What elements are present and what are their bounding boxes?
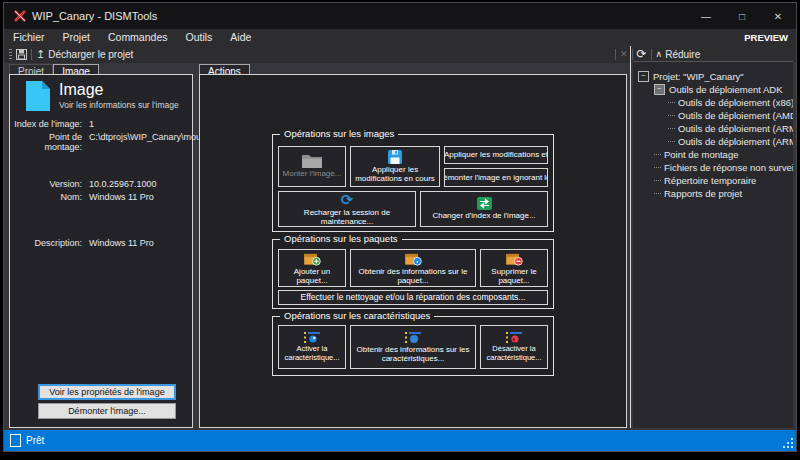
tree-item-unattend-files[interactable]: Fichiers de réponse non surveillés: [638, 161, 793, 174]
actions-panel: Opérations sur les images Monter l'image…: [199, 74, 627, 428]
tree-item-label: Outils de déploiement (x86): [678, 97, 793, 108]
tree-item-label: Outils de déploiement (ARM): [678, 123, 793, 134]
package-remove-icon: [505, 251, 523, 266]
reload-servicing-session-button[interactable]: ⟳ Recharger la session de maintenance...: [278, 191, 416, 227]
toolbar-separator: [651, 49, 652, 60]
remove-package-button[interactable]: Supprimer le paquet...: [480, 249, 548, 287]
group-package-operations: Opérations sur les paquets Ajouter un pa…: [272, 239, 554, 309]
tree-item-deploy-amd64[interactable]: Outils de déploiement (AMD64): [638, 109, 793, 122]
feature-info-button[interactable]: Obtenir des informations sur les caracté…: [350, 325, 476, 369]
button-label: Appliquer les modifications et: [444, 150, 548, 159]
toolbar-grip-handle[interactable]: [9, 49, 12, 60]
tree-item-label: Point de montage: [664, 149, 738, 160]
tree-connector: [654, 180, 661, 181]
menu-commandes[interactable]: Commandes: [99, 29, 177, 46]
button-label: Ajouter un paquet...: [280, 267, 344, 285]
tree-item-deploy-arm[interactable]: Outils de déploiement (ARM): [638, 122, 793, 135]
button-label: Obtenir des informations sur les caracté…: [352, 345, 474, 363]
field-description: Description: Windows 11 Pro: [10, 238, 192, 248]
field-value: Windows 11 Pro: [89, 238, 154, 248]
status-text: Prêt: [26, 435, 44, 446]
field-label: Point de montage:: [10, 132, 82, 152]
package-info-icon: [404, 251, 422, 266]
menu-aide[interactable]: Aide: [221, 29, 260, 46]
field-value: Windows 11 Pro: [89, 192, 154, 202]
tree-item-temp-directory[interactable]: Répertoire temporaire: [638, 174, 793, 187]
menu-outils[interactable]: Outils: [176, 29, 221, 46]
collapse-expander-icon[interactable]: −: [638, 71, 649, 82]
button-label: Activer la caractéristique...: [280, 345, 344, 362]
menu-fichier[interactable]: Fichier: [4, 29, 54, 46]
mount-image-button[interactable]: Monter l'image...: [278, 146, 346, 187]
app-logo-icon: [13, 9, 27, 23]
switch-index-icon: [477, 197, 492, 210]
tree-item-project-root[interactable]: − Projet: "WIP_Canary": [638, 70, 793, 83]
tree-item-deploy-arm64[interactable]: Outils de déploiement (ARM64): [638, 135, 793, 148]
button-label: Appliquer les modifications en cours: [352, 165, 438, 183]
button-label: Désactiver la caractéristique...: [482, 345, 546, 362]
toolbar-separator: [615, 49, 616, 60]
window-controls: — □ ✕: [688, 3, 796, 29]
switch-image-index-button[interactable]: Changer d'index de l'image...: [420, 191, 548, 227]
panel-subheading: Voir les informations sur l'image: [59, 100, 179, 110]
disable-feature-button[interactable]: Désactiver la caractéristique...: [480, 325, 548, 369]
button-label: Recharger la session de maintenance...: [280, 208, 414, 226]
tree-item-label: Outils de déploiement (ARM64): [678, 136, 793, 147]
menu-bar: Fichier Projet Commandes Outils Aide PRE…: [4, 29, 796, 46]
toolbar-separator: [31, 49, 32, 60]
discard-and-unmount-button[interactable]: Démonter l'image en ignorant les: [444, 168, 548, 187]
tree-item-mount-point[interactable]: Point de montage: [638, 148, 793, 161]
minimize-button[interactable]: —: [688, 3, 724, 29]
save-icon[interactable]: [16, 49, 27, 60]
toolbar-separator: [632, 49, 633, 60]
image-document-icon: [26, 81, 50, 111]
tree-item-project-reports[interactable]: Rapports de projet: [638, 187, 793, 200]
unload-project-button[interactable]: Décharger le projet: [48, 49, 133, 60]
field-name: Nom: Windows 11 Pro: [10, 192, 192, 202]
enable-feature-button[interactable]: Activer la caractéristique...: [278, 325, 346, 369]
group-title: Opérations sur les caractéristiques: [280, 310, 434, 321]
button-label: Changer d'index de l'image...: [432, 211, 535, 220]
button-label: Obtenir des informations sur le paquet..…: [352, 267, 474, 285]
field-image-index: Index de l'image: 1: [10, 119, 192, 129]
collapse-button[interactable]: Réduire: [665, 49, 700, 60]
window-title: WIP_Canary - DISMTools: [32, 10, 157, 22]
title-bar[interactable]: WIP_Canary - DISMTools — □ ✕: [4, 3, 796, 29]
component-cleanup-button[interactable]: Effectuer le nettoyage et/ou la réparati…: [278, 290, 548, 305]
tree-connector: [654, 167, 661, 168]
package-add-icon: [303, 251, 321, 266]
close-button[interactable]: ✕: [760, 3, 796, 29]
tree-item-adk-tools[interactable]: − Outils de déploiement ADK: [638, 83, 793, 96]
package-info-button[interactable]: Obtenir des informations sur le paquet..…: [350, 249, 476, 287]
maximize-button[interactable]: □: [724, 3, 760, 29]
refresh-session-icon: ⟳: [341, 192, 354, 207]
field-version: Version: 10.0.25967.1000: [10, 179, 192, 189]
field-label: Index de l'image:: [10, 119, 82, 129]
status-bar: Prêt: [4, 430, 796, 451]
project-tree-panel: − Projet: "WIP_Canary" − Outils de déplo…: [633, 61, 793, 428]
unmount-image-button[interactable]: Démonter l'image...: [38, 403, 176, 419]
feature-disable-icon: [506, 331, 523, 344]
tree-connector: [668, 141, 675, 142]
tree-connector: [654, 154, 661, 155]
preview-badge: PREVIEW: [744, 29, 788, 46]
apply-changes-button[interactable]: Appliquer les modifications en cours: [350, 146, 440, 187]
tree-item-label: Outils de déploiement ADK: [669, 84, 783, 95]
add-package-button[interactable]: Ajouter un paquet...: [278, 249, 346, 287]
resize-grip[interactable]: [791, 446, 793, 448]
tree-connector: [668, 102, 675, 103]
tree-connector: [654, 193, 661, 194]
feature-enable-icon: [304, 331, 321, 344]
group-feature-operations: Opérations sur les caractéristiques Acti…: [272, 316, 554, 376]
menu-projet[interactable]: Projet: [54, 29, 99, 46]
view-image-properties-button[interactable]: Voir les propriétés de l'image: [38, 384, 176, 400]
field-mount-point: Point de montage: C:\dtprojs\WIP_Canary\…: [10, 132, 192, 152]
apply-and-unmount-button[interactable]: Appliquer les modifications et: [444, 146, 548, 164]
button-label: Démonter l'image en ignorant les: [444, 173, 548, 182]
field-label: Version:: [10, 179, 82, 189]
collapse-expander-icon[interactable]: −: [654, 84, 665, 95]
status-document-icon: [10, 434, 21, 447]
field-label: Nom:: [10, 192, 82, 202]
tree-item-deploy-x86[interactable]: Outils de déploiement (x86): [638, 96, 793, 109]
close-panel-icon[interactable]: ✕: [620, 46, 628, 63]
